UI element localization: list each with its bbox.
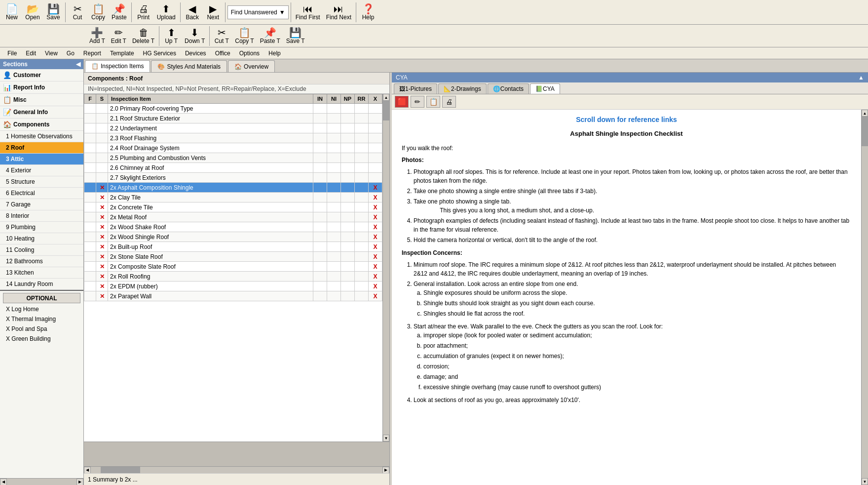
td-item-name[interactable]: 2.5 Plumbing and Combustion Vents [108, 153, 313, 163]
td-ni[interactable] [327, 153, 341, 163]
table-row[interactable]: ✕2x Clay TileX [84, 193, 382, 202]
td-rr[interactable] [355, 212, 369, 222]
left-panel-vscroll[interactable]: ▲ ▼ [382, 94, 389, 442]
right-panel-collapse-icon[interactable]: ▲ [858, 74, 864, 81]
td-np[interactable] [341, 291, 355, 301]
td-x[interactable]: X [369, 242, 382, 252]
right-tab-contacts[interactable]: 🌐 Contacts [488, 83, 529, 94]
td-ni[interactable] [327, 272, 341, 282]
td-in[interactable] [313, 133, 327, 143]
right-toolbar-btn-2[interactable]: ✏ [411, 96, 424, 108]
optional-log-home[interactable]: X Log Home [3, 304, 80, 314]
table-row[interactable]: ✕2x EPDM (rubber)X [84, 282, 382, 291]
td-ni[interactable] [327, 262, 341, 272]
table-row[interactable]: ✕2x Asphalt Composition ShingleX [84, 183, 382, 193]
menu-office[interactable]: Office [211, 48, 235, 58]
td-in[interactable] [313, 252, 327, 262]
td-rr[interactable] [355, 183, 369, 193]
save-button[interactable]: 💾 Save [43, 1, 63, 23]
td-item-name[interactable]: 2x Parapet Wall [108, 291, 313, 301]
optional-pool[interactable]: X Pool and Spa [3, 324, 80, 334]
menu-report[interactable]: Report [79, 48, 106, 58]
table-row[interactable]: 2.3 Roof Flashing [84, 133, 382, 143]
td-x[interactable]: X [369, 183, 382, 193]
tab-overview[interactable]: 🏠 Overview [228, 60, 275, 72]
td-rr[interactable] [355, 222, 369, 232]
table-row[interactable]: ✕2x Stone Slate RoofX [84, 252, 382, 262]
copy-button[interactable]: 📋 Copy [88, 1, 108, 23]
td-np[interactable] [341, 212, 355, 222]
table-row[interactable]: 2.6 Chimney at Roof [84, 163, 382, 173]
sidebar-item-plumbing[interactable]: 9 Plumbing [0, 222, 83, 233]
td-x[interactable]: X [369, 252, 382, 262]
td-in[interactable] [313, 272, 327, 282]
td-np[interactable] [341, 202, 355, 212]
td-np[interactable] [341, 232, 355, 242]
td-in[interactable] [313, 212, 327, 222]
right-panel-vscroll[interactable]: ▲ ▼ [861, 110, 868, 485]
td-np[interactable] [341, 262, 355, 272]
td-rr[interactable] [355, 262, 369, 272]
td-ni[interactable] [327, 232, 341, 242]
menu-help[interactable]: Help [264, 48, 285, 58]
vscroll-up[interactable]: ▲ [383, 94, 389, 101]
td-item-name[interactable]: 2.7 Skylight Exteriors [108, 173, 313, 183]
td-rr[interactable] [355, 173, 369, 183]
table-row[interactable]: ✕2x Metal RoofX [84, 212, 382, 222]
sidebar-collapse-icon[interactable]: ◀ [76, 61, 80, 68]
right-vscroll-up[interactable]: ▲ [862, 110, 868, 117]
sidebar-item-interior[interactable]: 8 Interior [0, 210, 83, 222]
td-in[interactable] [313, 232, 327, 242]
td-item-name[interactable]: 2.4 Roof Drainage System [108, 143, 313, 153]
td-x[interactable] [369, 163, 382, 173]
td-np[interactable] [341, 282, 355, 291]
td-np[interactable] [341, 123, 355, 133]
td-x[interactable] [369, 143, 382, 153]
td-ni[interactable] [327, 143, 341, 153]
sidebar-item-misc[interactable]: 📋 Misc [0, 94, 83, 106]
right-vscroll-thumb[interactable] [862, 117, 868, 146]
td-item-name[interactable]: 2.1 Roof Structure Exterior [108, 114, 313, 123]
help-button[interactable]: ❓ Help [358, 1, 378, 23]
sidebar-item-laundry[interactable]: 14 Laundry Room [0, 279, 83, 290]
td-np[interactable] [341, 193, 355, 202]
td-item-name[interactable]: 2x Wood Shingle Roof [108, 232, 313, 242]
td-rr[interactable] [355, 153, 369, 163]
sidebar-item-report-info[interactable]: 📊 Report Info [0, 81, 83, 94]
find-first-button[interactable]: ⏮ Find First [293, 1, 323, 23]
table-row[interactable]: 2.5 Plumbing and Combustion Vents [84, 153, 382, 163]
table-row[interactable]: ✕2x Wood Shake RoofX [84, 222, 382, 232]
td-ni[interactable] [327, 252, 341, 262]
menu-template[interactable]: Template [106, 48, 139, 58]
td-rr[interactable] [355, 123, 369, 133]
vscroll-thumb[interactable] [383, 101, 389, 121]
menu-file[interactable]: File [3, 48, 21, 58]
td-np[interactable] [341, 163, 355, 173]
table-row[interactable]: ✕2x Roll RoofingX [84, 272, 382, 282]
td-x[interactable] [369, 114, 382, 123]
td-x[interactable]: X [369, 272, 382, 282]
td-ni[interactable] [327, 291, 341, 301]
right-toolbar-btn-1[interactable]: 🟥 [395, 96, 409, 108]
table-row[interactable]: ✕2x Wood Shingle RoofX [84, 232, 382, 242]
menu-devices[interactable]: Devices [181, 48, 211, 58]
td-rr[interactable] [355, 143, 369, 153]
edit-t-button[interactable]: ✏ Edit T [109, 25, 129, 47]
tab-styles-materials[interactable]: 🎨 Styles And Materials [151, 60, 227, 72]
print-button[interactable]: 🖨 Print [134, 1, 153, 23]
td-item-name[interactable]: 2x Composite Slate Roof [108, 262, 313, 272]
vscroll-down[interactable]: ▼ [383, 435, 389, 442]
sidebar-item-heating[interactable]: 10 Heating [0, 233, 83, 244]
menu-hg-services[interactable]: HG Services [139, 48, 181, 58]
td-rr[interactable] [355, 282, 369, 291]
optional-green[interactable]: X Green Building [3, 334, 80, 344]
td-ni[interactable] [327, 242, 341, 252]
td-x[interactable] [369, 153, 382, 163]
td-ni[interactable] [327, 133, 341, 143]
sidebar-item-customer[interactable]: 👤 Customer [0, 69, 83, 81]
hscroll-thumb[interactable] [101, 467, 140, 473]
td-item-name[interactable]: 2.2 Underlayment [108, 123, 313, 133]
td-x[interactable] [369, 123, 382, 133]
cut-button[interactable]: ✂ Cut [68, 1, 87, 23]
td-ni[interactable] [327, 202, 341, 212]
